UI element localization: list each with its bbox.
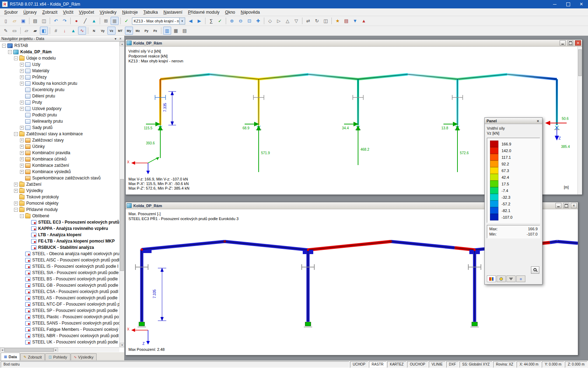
tree-vertical-scrollbar[interactable]: ▲ ▼ — [119, 42, 124, 347]
print-preview-button[interactable]: ◫ — [40, 17, 48, 25]
view-in-x-button[interactable]: ▷ — [275, 17, 283, 25]
tree-item-kappa-analyza-rovinneho-vzperu[interactable]: KAPPA - Analýza rovinného vzpěru — [0, 225, 119, 232]
panel-options-button[interactable] — [531, 266, 539, 274]
maximize-button[interactable] — [561, 0, 575, 8]
zoom-window-button[interactable]: ⊡ — [245, 17, 253, 25]
display-wireframe-button[interactable]: ▱ — [22, 27, 30, 35]
insert-support-button[interactable]: ▲ — [90, 17, 98, 25]
tree-item-fe-ltb-analyza-klopeni-pomoci-mkp[interactable]: FE-LTB - Analýza klopení pomocí MKP — [0, 238, 119, 244]
result-component-vz-button[interactable]: Vz — [107, 27, 115, 35]
panel-tab-lines[interactable]: ≡ — [516, 275, 525, 282]
view-in-y-button[interactable]: △ — [284, 17, 292, 25]
statusbar-toggle-kartez[interactable]: KARTEZ — [387, 361, 406, 368]
close-icon[interactable]: × — [118, 36, 123, 41]
expand-icon[interactable]: + — [20, 101, 24, 104]
check-model-button[interactable]: ✓ — [216, 17, 224, 25]
display-rendered-button[interactable]: ◧ — [40, 27, 48, 35]
import-data-button[interactable]: ▲ — [360, 17, 368, 25]
tree-item-steel-uk-posouzeni-ocelovych-prutu-podle[interactable]: STEEL UK - Posouzení ocelových prutů pod… — [0, 339, 119, 345]
new-file-button[interactable]: ▯ — [2, 17, 10, 25]
tree-item-steel-gb-posouzeni-ocelovych-prutu-podle[interactable]: STEEL GB - Posouzení ocelových prutů pod… — [0, 282, 119, 288]
chevron-down-icon[interactable] — [179, 18, 185, 24]
result-component-n-button[interactable]: N — [90, 27, 98, 35]
printout-report-button[interactable]: ▤ — [342, 17, 350, 25]
statusbar-toggle-ouchop[interactable]: OUCHOP — [407, 361, 428, 368]
menu-zobrazit[interactable]: Zobrazit — [40, 8, 60, 16]
result-component-vy-button[interactable]: Vy — [99, 27, 107, 35]
show-tables-button[interactable]: ▦ — [172, 27, 180, 35]
window-close-button[interactable] — [575, 40, 581, 46]
close-icon[interactable]: × — [536, 118, 540, 123]
expand-icon[interactable]: + — [14, 183, 18, 186]
print-button[interactable]: ▤ — [31, 17, 39, 25]
previous-load-case-button[interactable]: ◀ — [187, 17, 195, 25]
mirror-button[interactable]: ◫ — [322, 17, 330, 25]
save-file-button[interactable]: ▣ — [19, 17, 27, 25]
tab-data[interactable]: ▦Data — [1, 353, 20, 360]
export-data-button[interactable]: ▼ — [351, 17, 359, 25]
window-minimize-button[interactable] — [555, 203, 561, 208]
result-panel[interactable]: Panel × Vnitřní síly Vz [kN] 166.9142.01… — [484, 117, 542, 285]
expand-icon[interactable]: + — [14, 202, 18, 205]
view-in-z-button[interactable]: ▽ — [292, 17, 300, 25]
undo-button[interactable]: ↶ — [52, 17, 60, 25]
collapse-icon[interactable]: − — [14, 56, 18, 60]
result-component-my-button[interactable]: My — [125, 27, 133, 35]
menu-nastaveni[interactable]: Nastavení — [161, 8, 185, 16]
statusbar-toggle-vlinie[interactable]: VLINIE — [429, 361, 446, 368]
expand-icon[interactable]: + — [20, 170, 24, 174]
tree-item-prurezy[interactable]: +Průřezy — [0, 74, 119, 80]
insert-node-button[interactable]: ● — [72, 17, 80, 25]
menu-okno[interactable]: Okno — [222, 8, 238, 16]
zoom-out-button[interactable]: ⊖ — [237, 17, 245, 25]
tree-item-steel-is-posouzeni-ocelovych-prutu-podle-i[interactable]: STEEL IS - Posouzení ocelových prutů pod… — [0, 263, 119, 270]
tree-item-ltb-analyza-klopeni[interactable]: LTB - Analýza klopení — [0, 232, 119, 238]
panel-tab-factors[interactable] — [497, 275, 506, 282]
tree-item-rsbuck-stabilitni-analyza[interactable]: RSBUCK - Stabilitní analýza — [0, 244, 119, 251]
close-button[interactable] — [575, 0, 588, 8]
statusbar-toggle-rastr[interactable]: RASTR — [369, 361, 386, 368]
tree-item-steel-sans-posouzeni-ocelovych-prutu-poc[interactable]: STEEL SANS - Posouzení ocelových prutů p… — [0, 320, 119, 326]
tree-item-zatezovaci-stavy[interactable]: +Zatěžovací stavy — [0, 137, 119, 143]
menu-vysledky[interactable]: Výsledky — [97, 8, 119, 16]
tree-item-steel-sp-posouzeni-ocelovych-prutu-podle[interactable]: STEEL SP - Posouzení ocelových prutů pod… — [0, 307, 119, 314]
window-restore-button[interactable] — [563, 203, 569, 208]
display-solid-button[interactable]: ▰ — [31, 27, 39, 35]
result-component-mt-button[interactable]: MT — [116, 27, 124, 35]
tree-item-steel-aisc-posouzeni-ocelovych-prutu-podl[interactable]: STEEL AISC - Posouzení ocelových prutů p… — [0, 257, 119, 263]
show-panel-button[interactable]: ▥ — [163, 27, 171, 35]
pin-icon[interactable]: ▾ — [113, 36, 118, 41]
tree-item-steel-as-posouzeni-ocelovych-prutu-podle[interactable]: STEEL AS - Posouzení ocelových prutů pod… — [0, 295, 119, 301]
zoom-in-button[interactable]: ⊕ — [228, 17, 236, 25]
tree-item-nelinearity-prutu[interactable]: Nelinearity prutu — [0, 118, 119, 124]
tree-item-steel-fatigue-members-posouzeni-ocelovy[interactable]: STEEL Fatigue Members - Posouzení ocelov… — [0, 326, 119, 333]
expand-icon[interactable]: + — [20, 145, 24, 149]
menu-soubor[interactable]: Soubor — [1, 8, 21, 16]
selection-box-button[interactable]: ▭ — [10, 27, 19, 35]
expand-icon[interactable]: + — [20, 63, 24, 67]
result-component-py-button[interactable]: Py — [142, 27, 150, 35]
tree-item-pruty[interactable]: +Pruty — [0, 99, 119, 105]
window-restore-button[interactable] — [567, 40, 573, 46]
expand-icon[interactable]: + — [20, 69, 24, 73]
view-vertical-scrollbar[interactable] — [578, 47, 582, 195]
tree-item-kombinace-zatizeni[interactable]: +Kombinace zatížení — [0, 162, 119, 169]
rotate-view-button[interactable]: ↻ — [313, 17, 321, 25]
tree-item-steel-ec3-posouzeni-ocelovych-prutu-p[interactable]: STEEL EC3 - Posouzení ocelových prutů p — [0, 219, 119, 225]
insert-member-button[interactable]: ╱ — [81, 17, 89, 25]
edit-tool-button[interactable]: ✎ — [2, 27, 10, 35]
expand-icon[interactable]: + — [20, 138, 24, 142]
result-component-mz-button[interactable]: Mz — [134, 27, 142, 35]
tree-item-uzlove-podpory[interactable]: +Uzlové podpory — [0, 105, 119, 112]
scrollbar-thumb[interactable] — [120, 179, 124, 271]
panel-tab-filter[interactable] — [506, 275, 516, 282]
tree-item-udaje-o-modelu[interactable]: −Údaje o modelu — [0, 55, 119, 61]
collapse-icon[interactable]: − — [8, 50, 12, 54]
tree-item-tiskove-protokoly[interactable]: Tiskové protokoly — [0, 194, 119, 200]
tab-pohledy[interactable]: ◫Pohledy — [45, 353, 70, 360]
scrollbar-thumb[interactable] — [5, 348, 54, 352]
table-layout-button[interactable]: ▤ — [181, 27, 189, 35]
tree-item-pridavne-moduly[interactable]: −Přídavné moduly — [0, 206, 119, 213]
tree-item-steel-bs-posouzeni-ocelovych-prutu-podle[interactable]: STEEL BS - Posouzení ocelových prutů pod… — [0, 276, 119, 282]
scroll-right-icon[interactable]: ► — [54, 348, 58, 352]
